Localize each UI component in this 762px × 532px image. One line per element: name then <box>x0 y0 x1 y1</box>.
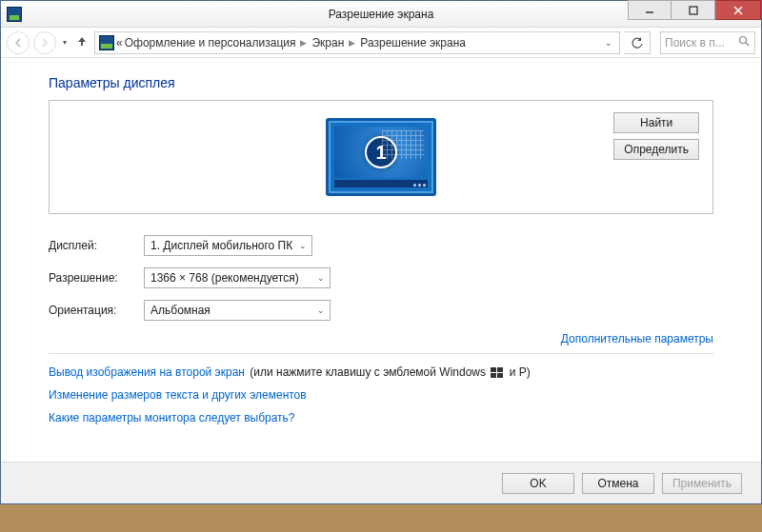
advanced-settings-link[interactable]: Дополнительные параметры <box>561 332 713 345</box>
chevron-down-icon: ⌄ <box>317 305 325 315</box>
project-suffix: (или нажмите клавишу с эмблемой Windows <box>247 365 489 379</box>
maximize-button[interactable] <box>672 0 715 20</box>
display-thumbnail[interactable]: 1 <box>326 118 436 196</box>
navigation-bar: ▾ « Оформление и персонализация ▶ Экран … <box>1 28 761 58</box>
divider <box>49 353 713 354</box>
ok-button[interactable]: OK <box>502 473 574 494</box>
breadcrumb-item[interactable]: Разрешение экрана <box>360 36 466 49</box>
display-label: Дисплей: <box>49 239 144 252</box>
page-heading: Параметры дисплея <box>49 75 713 90</box>
orientation-label: Ориентация: <box>49 304 144 317</box>
breadcrumb-item[interactable]: Оформление и персонализация <box>125 36 296 49</box>
text-size-link[interactable]: Изменение размеров текста и других элеме… <box>49 388 307 402</box>
svg-point-4 <box>740 36 747 43</box>
chevron-right-icon: ▶ <box>346 38 358 48</box>
svg-line-5 <box>746 43 749 46</box>
forward-button[interactable] <box>33 31 56 54</box>
cancel-button[interactable]: Отмена <box>582 473 654 494</box>
settings-form: Дисплей: 1. Дисплей мобильного ПК ⌄ Разр… <box>49 235 713 424</box>
display-arrangement-box: 1 Найти Определить <box>49 100 713 214</box>
address-bar[interactable]: « Оформление и персонализация ▶ Экран ▶ … <box>94 31 620 54</box>
breadcrumb-prefix: « <box>116 36 123 49</box>
display-select[interactable]: 1. Дисплей мобильного ПК ⌄ <box>144 235 312 256</box>
titlebar: Разрешение экрана <box>1 1 761 28</box>
chevron-right-icon: ▶ <box>297 38 310 48</box>
refresh-button[interactable] <box>624 31 651 54</box>
search-icon <box>738 35 751 50</box>
chevron-down-icon: ⌄ <box>299 241 307 250</box>
window: Разрешение экрана ▾ « Оформление и <box>0 0 762 504</box>
search-placeholder: Поиск в п... <box>665 36 725 49</box>
help-link[interactable]: Какие параметры монитора следует выбрать… <box>49 411 295 424</box>
identify-button[interactable]: Определить <box>613 139 699 160</box>
detect-button[interactable]: Найти <box>613 112 699 133</box>
resolution-select[interactable]: 1366 × 768 (рекомендуется) ⌄ <box>144 267 331 288</box>
up-button[interactable] <box>73 34 90 51</box>
dialog-footer: OK Отмена Применить <box>1 462 761 503</box>
back-button[interactable] <box>7 31 30 54</box>
content-area: Параметры дисплея 1 Найти Определить <box>1 58 761 462</box>
chevron-down-icon: ⌄ <box>317 273 325 283</box>
minimize-button[interactable] <box>628 0 672 20</box>
windows-key-icon <box>491 367 504 379</box>
location-icon <box>99 35 114 50</box>
close-button[interactable] <box>715 0 761 20</box>
breadcrumb-item[interactable]: Экран <box>311 36 344 49</box>
address-dropdown-icon[interactable]: ⌄ <box>602 38 615 48</box>
history-dropdown[interactable]: ▾ <box>60 38 70 47</box>
orientation-select[interactable]: Альбомная ⌄ <box>144 300 331 321</box>
svg-rect-1 <box>690 7 697 14</box>
resolution-label: Разрешение: <box>49 271 144 285</box>
search-input[interactable]: Поиск в п... <box>660 31 755 54</box>
project-link[interactable]: Вывод изображения на второй экран <box>49 365 245 379</box>
apply-button[interactable]: Применить <box>662 473 742 494</box>
app-icon <box>7 7 22 22</box>
